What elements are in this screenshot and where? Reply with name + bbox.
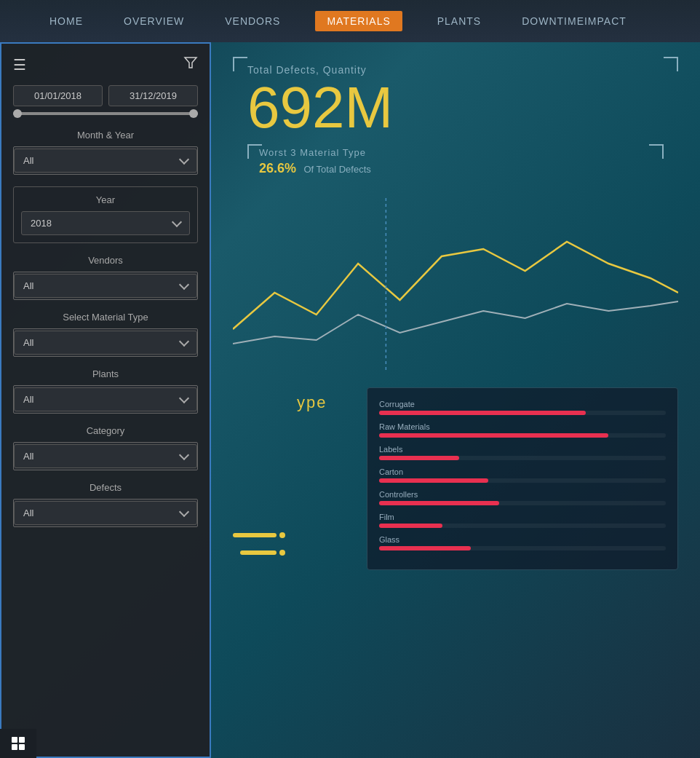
bar-track [379,478,666,483]
chevron-down-icon [179,154,189,165]
slider-thumb-right[interactable] [189,109,198,118]
category-chevron-icon [179,450,189,460]
svg-marker-0 [185,58,196,68]
filter-material-select[interactable]: All [13,328,198,357]
filter-year-select[interactable]: 2018 [21,211,190,235]
kpi-value: 692M [247,79,664,137]
filter-plants: Plants All [13,368,198,414]
worst3-value: 26.6% [259,161,296,175]
bar-fill [379,478,488,483]
plants-chevron-icon [179,393,189,403]
worst3-corner-tr [649,144,664,159]
windows-start-button[interactable] [0,729,36,758]
bar-track [379,456,666,460]
corner-tl [233,57,247,71]
win-pane-4 [19,744,25,750]
nav-overview[interactable]: Overview [118,12,190,30]
nav-downtime[interactable]: DowntimeImpact [516,12,632,30]
section-title: ype [297,393,327,412]
kpi-section: Total Defects, Quantity 692M Worst 3 Mat… [233,57,678,191]
year-chevron-icon [172,217,182,227]
filter-material-type: Select Material Type All [13,312,198,357]
bar-track [379,411,666,415]
list-item: Glass [379,535,666,550]
filter-material-text: All [23,337,33,348]
filter-plants-label: Plants [13,368,198,379]
date-end[interactable]: 31/12/2019 [108,85,198,106]
bar-track [379,524,666,528]
left-bar-fill-1 [233,533,277,537]
bottom-section: ype Corrugate Raw Materials Labels Carto… [233,387,678,570]
section-title-area: ype [297,387,355,570]
left-bar-section [233,387,285,570]
bar-label: Corrugate [379,400,666,408]
date-range-slider[interactable] [13,112,198,115]
filter-defects-select[interactable]: All [13,499,198,527]
nav-plants[interactable]: Plants [431,12,487,30]
nav-vendors[interactable]: Vendors [219,12,286,30]
date-range-row: 01/01/2018 31/12/2019 [13,85,198,106]
filter-month-year-select[interactable]: All [13,146,198,175]
list-item: Corrugate [379,400,666,415]
filter-year-text: 2018 [31,218,52,229]
corner-tr [664,57,678,71]
left-bar-fill-2 [240,550,277,555]
win-pane-2 [19,737,25,743]
win-pane-3 [12,744,17,750]
line-chart [233,198,678,373]
date-start[interactable]: 01/01/2018 [13,85,103,106]
bar-fill [379,546,471,550]
filter-vendors: Vendors All [13,255,198,300]
filter-defects-value[interactable]: All [14,501,197,525]
hamburger-icon[interactable]: ☰ [13,56,26,74]
filter-category-select[interactable]: All [13,442,198,470]
filter-plants-value[interactable]: All [14,387,197,411]
filter-category-text: All [23,451,33,462]
top-navigation: Home Overview Vendors Materials Plants D… [0,0,700,42]
filter-plants-select[interactable]: All [13,385,198,414]
bar-label: Glass [379,535,666,544]
list-item: Raw Materials [379,422,666,438]
defects-chevron-icon [179,507,189,517]
bar-fill [379,524,442,528]
filter-icon[interactable] [183,55,198,74]
bar-label: Film [379,513,666,521]
bar-fill [379,501,499,505]
filter-category: Category All [13,425,198,470]
filter-month-year-value[interactable]: All [14,149,197,173]
left-bar-1 [233,532,285,538]
bar-fill [379,456,459,460]
filter-vendors-label: Vendors [13,255,198,266]
left-bar-2 [233,550,285,556]
nav-materials[interactable]: Materials [315,11,402,31]
bar-track [379,546,666,550]
filter-material-label: Select Material Type [13,312,198,323]
list-item: Film [379,513,666,528]
bar-track [379,501,666,505]
windows-logo [12,737,25,750]
nav-home[interactable]: Home [44,12,89,30]
bar-fill [379,411,586,415]
bar-label: Controllers [379,490,666,499]
filter-defects-text: All [23,508,33,518]
win-pane-1 [12,737,17,743]
list-item: Labels [379,445,666,460]
filter-month-year: Month & Year All [13,130,198,175]
filter-vendors-select[interactable]: All [13,272,198,300]
worst3-suffix: Of Total Defects [304,164,371,175]
filter-category-value[interactable]: All [14,444,197,468]
filter-material-value[interactable]: All [14,331,197,355]
filter-defects-label: Defects [13,482,198,493]
worst3-corner-tl [247,144,262,159]
filter-year-section: Year 2018 [13,186,198,243]
bar-track [379,433,666,438]
filter-plants-text: All [23,394,33,405]
filter-vendors-text: All [23,280,33,291]
filter-category-label: Category [13,425,198,436]
slider-thumb-left[interactable] [13,109,22,118]
bar-label: Raw Materials [379,422,666,431]
sidebar-header: ☰ [13,55,198,74]
vendors-chevron-icon [179,280,189,290]
filter-vendors-value[interactable]: All [14,274,197,298]
material-chevron-icon [179,336,189,347]
